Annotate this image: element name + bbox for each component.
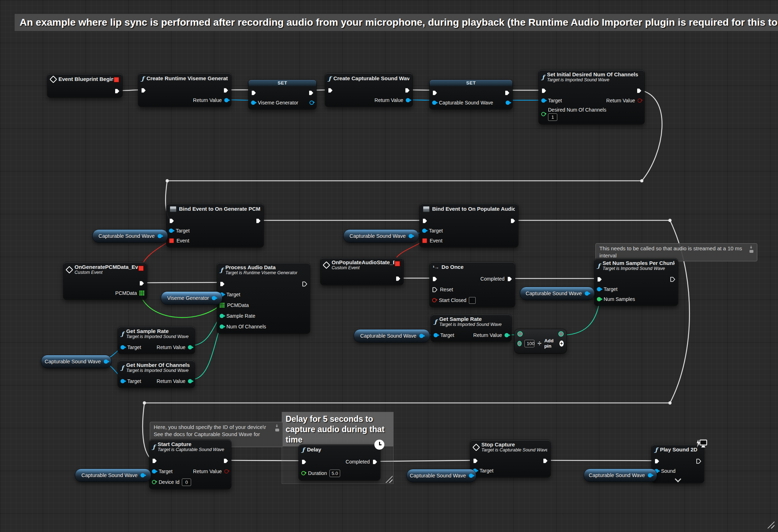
object-pin[interactable]	[212, 296, 216, 300]
node-process-audio-data[interactable]: ƒ Process Audio DataTarget is Runtime Vi…	[217, 262, 310, 334]
pin-value-input[interactable]: 5.0	[329, 470, 340, 477]
node-header[interactable]: ƒ Create Capturable Sound Wave	[325, 73, 413, 84]
node-header[interactable]: ƒ Set Initial Desired Num Of ChannelsTar…	[539, 70, 644, 84]
exec-pin[interactable]	[223, 88, 229, 93]
bool-pin[interactable]	[432, 298, 436, 302]
exec-pin[interactable]	[251, 90, 256, 96]
event-delegate-square[interactable]	[394, 261, 400, 267]
object-pin[interactable]	[169, 229, 173, 233]
pin-icon[interactable]	[749, 246, 753, 249]
graph-title-comment[interactable]: An example where lip sync is performed a…	[14, 14, 778, 31]
variable-getter-pill[interactable]: Capturable Sound Wave	[41, 355, 112, 368]
divide-output-pin[interactable]	[558, 331, 564, 337]
node-stop-capture[interactable]: Stop CaptureTarget is Capturable Sound W…	[470, 440, 551, 477]
node-header[interactable]: OnPopulateAudioState_EventCustom Event	[321, 258, 403, 272]
exec-pin[interactable]	[505, 90, 510, 96]
reroute-node[interactable]	[143, 401, 146, 405]
bubble-icon[interactable]	[749, 250, 753, 253]
exec-pin[interactable]	[328, 88, 333, 93]
exec-pin[interactable]	[432, 276, 437, 282]
exec-pin[interactable]	[597, 277, 602, 282]
checkbox[interactable]	[469, 297, 476, 304]
exec-pin[interactable]	[636, 88, 642, 93]
exec-pin[interactable]	[301, 459, 307, 465]
node-header[interactable]: SET	[430, 80, 512, 86]
node-on-generate-pcmdata-event[interactable]: OnGeneratePCMData_EventCustom Event PCMD…	[63, 262, 147, 300]
node-create-capturable-sound-wave[interactable]: ƒ Create Capturable Sound Wave Return Va…	[325, 73, 413, 107]
exec-pin-unconnected[interactable]	[696, 459, 701, 464]
delegate-pin[interactable]	[169, 238, 174, 243]
object-pin[interactable]	[121, 345, 125, 349]
node-header[interactable]: ƒ Create Runtime Viseme Generator	[138, 73, 231, 84]
variable-getter-pill[interactable]: Capturable Sound Wave	[343, 229, 419, 243]
numeric-pin[interactable]	[505, 333, 509, 337]
object-pin[interactable]	[585, 291, 589, 296]
reroute-node[interactable]	[669, 219, 672, 222]
object-pin[interactable]	[541, 98, 546, 103]
array-pin[interactable]	[220, 303, 225, 308]
object-pin[interactable]	[506, 101, 510, 105]
node-header[interactable]: ƒ Set Num Samples Per ChunkTarget is Imp…	[594, 259, 678, 273]
node-header[interactable]: ƒ Get Number Of ChannelsTarget is Import…	[118, 360, 195, 375]
exec-pin[interactable]	[432, 90, 437, 96]
node-header[interactable]: ¹→ Do Once	[430, 262, 515, 272]
exec-pin[interactable]	[507, 276, 512, 282]
node-bind-event-to-on-populate-audio-state[interactable]: Bind Event to On Populate Audio State Ta…	[419, 203, 518, 247]
node-get-number-of-channels[interactable]: ƒ Get Number Of ChannelsTarget is Import…	[118, 360, 195, 388]
exec-pin[interactable]	[395, 276, 401, 281]
exec-pin[interactable]	[223, 458, 229, 464]
reroute-node[interactable]	[669, 401, 672, 405]
exec-pin[interactable]	[510, 218, 516, 224]
node-header[interactable]: Stop CaptureTarget is Capturable Sound W…	[470, 440, 551, 454]
object-pin[interactable]	[406, 98, 410, 102]
node-set-initial-desired-num-of-channels[interactable]: ƒ Set Initial Desired Num Of ChannelsTar…	[538, 70, 645, 124]
node-header[interactable]: ƒ Get Sample RateTarget is Imported Soun…	[118, 327, 195, 341]
divisor-value-input[interactable]: 100	[524, 340, 534, 347]
variable-getter-pill[interactable]: Capturable Sound Wave	[92, 229, 168, 243]
float-pin[interactable]	[301, 471, 306, 475]
integer-pin[interactable]	[541, 112, 546, 116]
object-pin[interactable]	[251, 101, 255, 105]
reroute-node[interactable]	[166, 179, 169, 183]
bubble-icon[interactable]	[275, 429, 279, 431]
delegate-pin[interactable]	[422, 238, 427, 243]
node-header[interactable]: Bind Event to On Generate PCMData	[167, 204, 263, 214]
object-pin[interactable]	[597, 287, 601, 291]
node-header[interactable]: ƒ Get Sample RateTarget is Imported Soun…	[431, 314, 511, 329]
divide-input-pin-2[interactable]	[517, 341, 522, 346]
node-on-populate-audio-state-event[interactable]: OnPopulateAudioState_EventCustom Event	[320, 257, 404, 285]
event-delegate-square[interactable]	[113, 77, 119, 83]
object-pin[interactable]	[432, 101, 436, 105]
object-pin[interactable]	[104, 359, 108, 364]
exec-pin[interactable]	[308, 90, 314, 96]
variable-getter-pill[interactable]: Viseme Generator	[161, 291, 222, 305]
node-header[interactable]: SET	[249, 80, 316, 86]
numeric-pin[interactable]	[220, 314, 224, 318]
pin-value-input[interactable]: 0	[182, 479, 191, 486]
node-header[interactable]: ƒ Start CaptureTarget is Capturable Soun…	[149, 440, 231, 454]
exec-pin[interactable]	[256, 218, 261, 224]
object-pin[interactable]	[158, 234, 162, 238]
exec-pin[interactable]	[152, 458, 157, 464]
node-header[interactable]: ƒ Process Audio DataTarget is Runtime Vi…	[217, 263, 310, 277]
comment-bubble-icons[interactable]	[275, 424, 279, 431]
exec-pin[interactable]	[422, 218, 428, 224]
object-pin[interactable]	[152, 469, 156, 474]
variable-getter-pill[interactable]: Capturable Sound Wave	[584, 469, 657, 482]
exec-pin[interactable]	[541, 88, 547, 93]
object-pin[interactable]	[422, 229, 426, 233]
exec-pin[interactable]	[473, 458, 478, 464]
exec-pin[interactable]	[372, 459, 378, 465]
node-play-sound-2d[interactable]: ƒ Play Sound 2D Sound	[651, 444, 704, 483]
array-pin[interactable]	[139, 291, 144, 296]
exec-pin[interactable]	[139, 281, 144, 286]
integer-pin[interactable]	[152, 480, 156, 484]
node-bind-event-to-on-generate-pcmdata[interactable]: Bind Event to On Generate PCMData Target…	[166, 203, 264, 247]
return-value-pin[interactable]	[638, 98, 642, 103]
return-value-pin[interactable]	[224, 469, 229, 474]
node-start-capture[interactable]: ƒ Start CaptureTarget is Capturable Soun…	[149, 439, 231, 489]
exec-pin[interactable]	[654, 459, 660, 464]
exec-pin-unconnected[interactable]	[670, 277, 675, 282]
exec-pin-unconnected[interactable]	[432, 287, 437, 292]
object-pin[interactable]	[140, 473, 145, 477]
